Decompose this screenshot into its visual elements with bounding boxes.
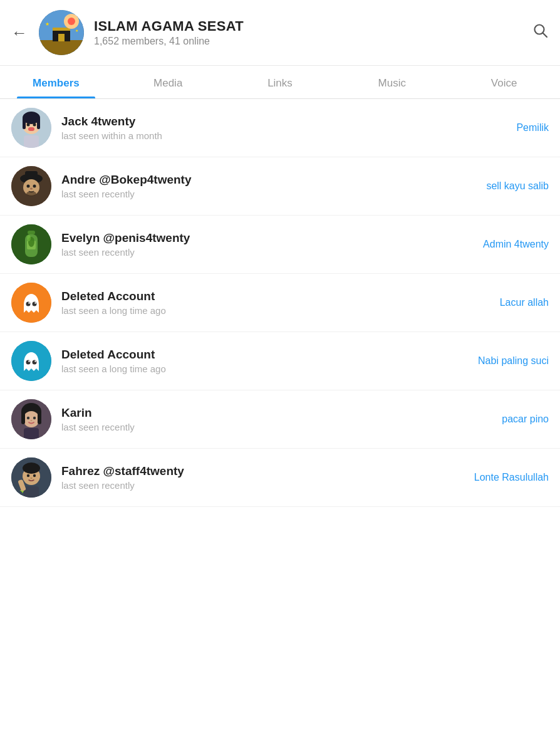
svg-point-55 [31,420,33,421]
member-info: Evelyn @penis4twenty last seen recently [61,231,478,258]
svg-rect-4 [58,34,65,41]
avatar [11,283,51,323]
group-header: ← ★ ★ ISLAM AGAMA SESAT [0,0,560,66]
svg-point-17 [33,123,36,127]
svg-rect-24 [25,171,38,180]
avatar: ✦ $ [11,457,51,498]
svg-point-26 [27,185,30,188]
member-info: Deleted Account last seen a long time ag… [61,348,473,374]
group-avatar-image: ★ ★ [39,10,84,55]
svg-point-36 [27,235,31,241]
list-item[interactable]: Deleted Account last seen a long time ag… [0,332,560,390]
svg-point-45 [28,360,29,362]
avatar [11,108,51,148]
member-role: Pemilik [516,122,549,133]
member-role: Lonte Rasulullah [474,472,549,483]
svg-rect-66 [24,486,39,498]
members-list: Jack 4twenty last seen within a month Pe… [0,99,560,507]
member-status: last seen recently [61,422,497,432]
member-name: Andre @Bokep4twenty [61,173,481,187]
svg-rect-56 [24,428,39,439]
list-item[interactable]: Karin last seen recently pacar pino [0,390,560,449]
member-status: last seen recently [61,247,478,258]
list-item[interactable]: Andre @Bokep4twenty last seen recently s… [0,157,560,216]
member-name: Deleted Account [61,348,473,362]
svg-point-29 [26,191,36,196]
svg-rect-3 [53,28,70,31]
svg-rect-1 [39,40,84,55]
svg-point-16 [27,123,30,127]
list-item[interactable]: Jack 4twenty last seen within a month Pe… [0,99,560,157]
svg-point-39 [33,302,37,306]
svg-point-54 [33,417,36,419]
avatar [11,341,51,381]
member-info: Karin last seen recently [61,406,497,432]
svg-point-43 [26,360,31,365]
member-status: last seen a long time ago [61,305,495,316]
list-item[interactable]: Evelyn @penis4twenty last seen recently … [0,216,560,274]
group-avatar: ★ ★ [39,10,84,55]
member-name: Deleted Account [61,290,495,303]
avatar [11,224,51,264]
svg-rect-15 [37,118,40,129]
svg-point-27 [33,185,36,188]
svg-text:★: ★ [45,21,49,27]
svg-point-6 [68,18,75,25]
member-name: Evelyn @penis4twenty [61,231,478,245]
member-info: Fahrez @staff4twenty last seen recently [61,464,469,491]
member-name: Karin [61,406,497,420]
tab-members[interactable]: Members [0,66,112,98]
svg-point-38 [26,302,31,306]
group-info: ISLAM AGAMA SESAT 1,652 members, 41 onli… [94,18,524,47]
svg-point-63 [31,478,33,479]
group-meta: 1,652 members, 41 online [94,36,524,47]
tab-voice[interactable]: Voice [448,66,560,98]
member-role: Lacur allah [500,297,549,308]
member-role: Admin 4twenty [483,239,549,250]
tab-music[interactable]: Music [336,66,448,98]
svg-point-61 [27,474,29,477]
svg-rect-32 [28,231,35,234]
avatar [11,399,51,439]
member-role: pacar pino [502,414,549,425]
svg-point-41 [34,302,36,303]
svg-point-62 [33,474,36,477]
tab-media[interactable]: Media [112,66,224,98]
member-name: Jack 4twenty [61,115,511,128]
svg-rect-52 [38,410,41,424]
avatar [11,166,51,206]
svg-rect-19 [28,127,34,131]
member-info: Deleted Account last seen a long time ag… [61,290,495,316]
svg-rect-20 [24,135,39,148]
svg-rect-14 [23,118,26,129]
member-role: sell kayu salib [486,180,549,192]
svg-point-60 [23,462,40,474]
member-status: last seen recently [61,480,469,491]
svg-point-53 [27,417,29,419]
member-status: last seen within a month [61,130,511,141]
svg-point-50 [23,411,39,427]
member-info: Andre @Bokep4twenty last seen recently [61,173,481,199]
member-info: Jack 4twenty last seen within a month [61,115,511,141]
back-button[interactable]: ← [11,24,28,41]
svg-line-10 [543,33,547,37]
svg-text:★: ★ [75,29,78,33]
tabs-bar: Members Media Links Music Voice [0,66,560,99]
member-status: last seen recently [61,189,481,199]
tab-links[interactable]: Links [224,66,336,98]
list-item[interactable]: Deleted Account last seen a long time ag… [0,274,560,332]
group-name: ISLAM AGAMA SESAT [94,18,524,34]
list-item[interactable]: ✦ $ Fahrez @staff4twenty last seen recen… [0,449,560,507]
member-name: Fahrez @staff4twenty [61,464,469,478]
svg-point-40 [28,302,29,303]
member-role: Nabi paling suci [478,355,549,367]
svg-point-44 [33,360,37,365]
member-status: last seen a long time ago [61,363,473,374]
search-button[interactable] [532,23,549,43]
svg-rect-51 [21,410,25,424]
svg-point-46 [34,360,36,362]
svg-point-28 [30,188,33,190]
